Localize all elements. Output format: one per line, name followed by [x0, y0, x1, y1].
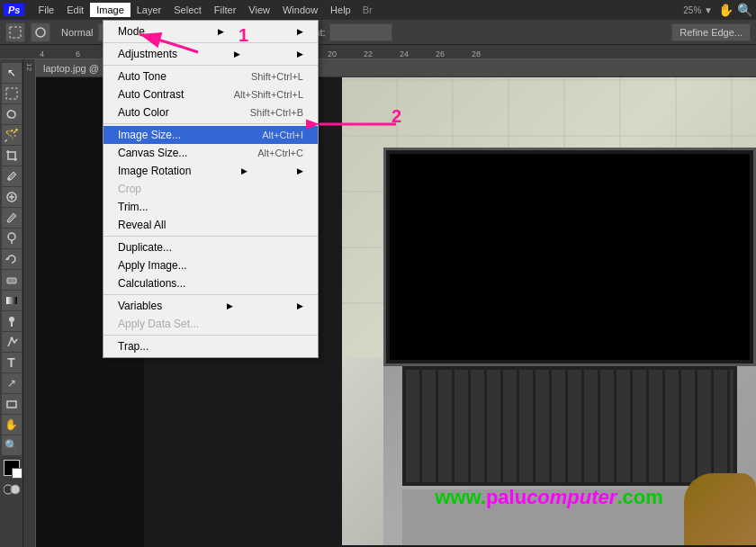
menu-bar: Ps File Edit Image Layer Select Filter V…	[0, 0, 756, 20]
menu-window[interactable]: Window	[276, 3, 324, 17]
pen-tool[interactable]	[2, 332, 22, 352]
text-tool[interactable]: T	[2, 353, 22, 372]
svg-point-14	[10, 337, 13, 340]
menu-item-trim[interactable]: Trim...	[104, 198, 318, 216]
quick-mask-btn[interactable]	[4, 484, 20, 498]
menu-item-mode[interactable]: Mode ▶	[104, 22, 318, 40]
menu-item-auto-contrast[interactable]: Auto Contrast Alt+Shift+Ctrl+L	[104, 85, 318, 103]
lasso-tool[interactable]	[2, 104, 22, 124]
wm-computer: computer	[526, 486, 616, 508]
path-selection-tool[interactable]: ↗	[2, 373, 22, 393]
variables-arrow: ▶	[227, 301, 233, 310]
menu-item-image-size[interactable]: Image Size... Alt+Ctrl+I	[104, 126, 318, 144]
wm-www: www.	[435, 486, 486, 508]
history-brush-tool[interactable]	[2, 249, 22, 269]
menu-edit[interactable]: Edit	[60, 3, 90, 17]
menu-item-calculations[interactable]: Calculations...	[104, 274, 318, 292]
menu-section-variables: Variables ▶ Apply Data Set...	[104, 295, 318, 336]
menu-section-duplicate: Duplicate... Apply Image... Calculations…	[104, 237, 318, 295]
svg-point-3	[7, 178, 10, 181]
hand-tool[interactable]: ✋	[2, 415, 22, 435]
zoom-tool-icon[interactable]: 🔍	[737, 3, 752, 17]
menu-file[interactable]: File	[32, 3, 60, 17]
wm-com: .com	[616, 486, 662, 508]
doc-name: laptop.jpg @	[43, 63, 99, 74]
rotation-arrow: ▶	[241, 166, 248, 175]
selection-tool-btn[interactable]	[5, 22, 25, 42]
bridge-icon[interactable]: Br	[363, 4, 373, 15]
menu-help[interactable]: Help	[324, 3, 357, 17]
ruler-num: 22	[364, 49, 400, 58]
eyedropper-tool[interactable]	[2, 166, 22, 186]
menu-select[interactable]: Select	[167, 3, 208, 17]
menu-item-duplicate[interactable]: Duplicate...	[104, 238, 318, 256]
mode-arrow: ▶	[218, 27, 224, 36]
selection-tool[interactable]	[2, 84, 22, 103]
dodge-tool[interactable]	[2, 311, 22, 331]
wm-palu: palu	[486, 486, 526, 508]
eraser-tool[interactable]	[2, 270, 22, 290]
toolbar: ↖ 🪄	[0, 59, 23, 547]
lasso-tool-btn[interactable]	[31, 22, 50, 42]
menu-item-crop[interactable]: Crop	[104, 180, 318, 198]
menu-section-adjustments: Adjustments ▶	[104, 43, 318, 66]
ruler-num: 28	[472, 49, 508, 58]
healing-tool[interactable]	[2, 187, 22, 207]
menu-item-trap[interactable]: Trap...	[104, 337, 318, 355]
svg-point-12	[9, 317, 14, 322]
adjustments-arrow: ▶	[234, 49, 240, 58]
menu-item-reveal-all[interactable]: Reveal All	[104, 216, 318, 234]
menu-item-adjustments[interactable]: Adjustments ▶	[104, 45, 318, 63]
watermark: www.palucomputer.com	[342, 486, 756, 509]
menu-item-canvas-size[interactable]: Canvas Size... Alt+Ctrl+C	[104, 144, 318, 162]
menu-section-mode: Mode ▶	[104, 21, 318, 43]
ruler-vertical: 4 6 8 10 12	[23, 59, 36, 547]
svg-rect-2	[6, 88, 17, 99]
menu-section-trap: Trap...	[104, 336, 318, 357]
svg-rect-10	[7, 278, 16, 283]
zoom-level: 25% ▼	[683, 5, 713, 15]
menu-item-variables[interactable]: Variables ▶	[104, 297, 318, 315]
menu-item-auto-color[interactable]: Auto Color Shift+Ctrl+B	[104, 103, 318, 121]
ruler-num: 26	[436, 49, 472, 58]
height-input[interactable]	[329, 23, 392, 41]
magic-wand-tool[interactable]: 🪄	[2, 125, 22, 145]
svg-rect-15	[7, 401, 16, 408]
image-dropdown-menu: Mode ▶ Adjustments ▶ Auto Tone Shift+Ctr…	[103, 20, 319, 358]
refine-edge-button[interactable]: Refine Edge...	[671, 23, 751, 41]
menu-item-apply-image[interactable]: Apply Image...	[104, 256, 318, 274]
laptop-image: www.palucomputer.com	[342, 77, 756, 545]
ruler-num: 20	[328, 49, 364, 58]
clone-stamp-tool[interactable]	[2, 229, 22, 248]
ruler-num: 4	[40, 49, 76, 58]
ps-logo: Ps	[4, 4, 24, 16]
mode-label: Normal	[61, 27, 93, 38]
gradient-tool[interactable]	[2, 291, 22, 310]
svg-rect-11	[6, 297, 17, 304]
svg-point-1	[36, 28, 45, 37]
menu-image[interactable]: Image	[90, 3, 130, 17]
menu-section-auto: Auto Tone Shift+Ctrl+L Auto Contrast Alt…	[104, 66, 318, 124]
brush-tool[interactable]	[2, 208, 22, 228]
ruler-num: 24	[400, 49, 436, 58]
svg-point-7	[8, 233, 15, 240]
shape-tool[interactable]	[2, 394, 22, 414]
menu-item-auto-tone[interactable]: Auto Tone Shift+Ctrl+L	[104, 67, 318, 85]
move-tool[interactable]: ↖	[2, 63, 22, 83]
menu-view[interactable]: View	[242, 3, 276, 17]
svg-rect-0	[10, 27, 21, 38]
foreground-color[interactable]	[4, 460, 20, 476]
zoom-tool[interactable]: 🔍	[2, 435, 22, 455]
menu-item-apply-data-set: Apply Data Set...	[104, 315, 318, 333]
menu-section-size: Image Size... Alt+Ctrl+I Canvas Size... …	[104, 124, 318, 237]
menu-filter[interactable]: Filter	[208, 3, 242, 17]
crop-tool[interactable]	[2, 146, 22, 166]
svg-point-17	[11, 485, 20, 494]
menu-layer[interactable]: Layer	[130, 3, 168, 17]
hand-tool-icon[interactable]: ✋	[718, 3, 734, 17]
menu-item-image-rotation[interactable]: Image Rotation ▶	[104, 162, 318, 180]
